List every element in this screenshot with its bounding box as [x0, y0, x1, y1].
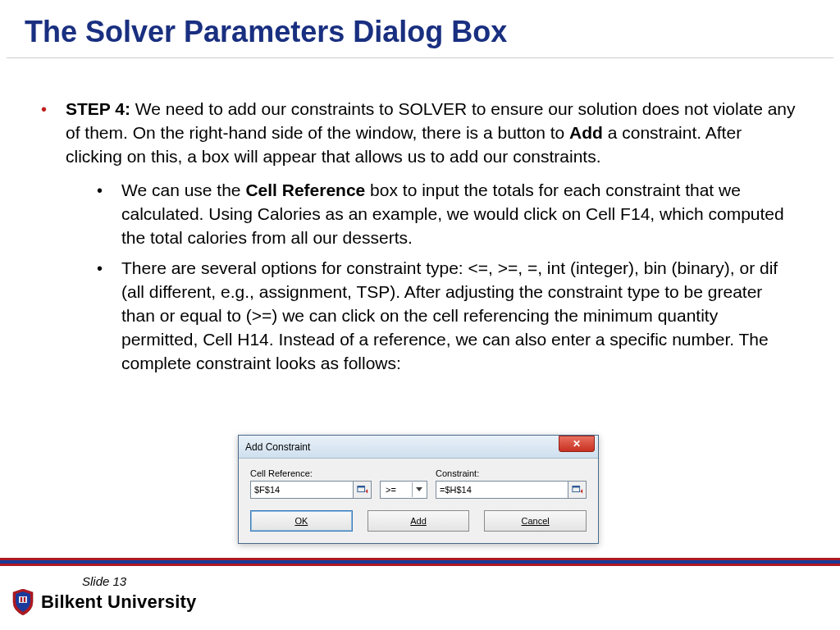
dialog-title: Add Constraint	[245, 441, 310, 453]
bullet-level1: • STEP 4: We need to add our constraints…	[41, 98, 799, 382]
cell-reference-label: Cell Reference:	[250, 468, 372, 478]
svg-rect-1	[357, 486, 364, 488]
cellref-word: Cell Reference	[245, 180, 365, 199]
dialog-titlebar[interactable]: Add Constraint ✕	[239, 436, 598, 459]
range-picker-icon	[572, 484, 583, 495]
sub1-a: We can use the	[121, 180, 245, 199]
bullet-level2: • We can use the Cell Reference box to i…	[97, 179, 799, 250]
ok-button[interactable]: OK	[250, 510, 353, 532]
bullet-dot: •	[97, 179, 121, 250]
university-name: Bilkent University	[41, 591, 196, 613]
sub2-text: There are several options for constraint…	[121, 257, 799, 376]
constraint-input[interactable]	[436, 481, 568, 499]
bullet-dot: •	[97, 257, 121, 376]
constraint-label: Constraint:	[436, 468, 587, 478]
slide-title: The Solver Parameters Dialog Box	[0, 0, 840, 57]
chevron-down-icon	[412, 482, 425, 497]
svg-rect-5	[21, 597, 22, 602]
bullet-dot: •	[41, 98, 66, 382]
slide-number: Slide 13	[82, 574, 126, 588]
svg-rect-6	[24, 597, 25, 602]
add-word: Add	[569, 123, 603, 142]
add-button[interactable]: Add	[368, 510, 470, 532]
add-constraint-dialog: Add Constraint ✕ Cell Reference: >=	[238, 435, 599, 544]
operator-field: >=	[380, 468, 427, 499]
constraint-field: Constraint:	[436, 468, 587, 499]
range-picker-icon	[357, 484, 368, 495]
range-picker-button[interactable]	[354, 481, 372, 499]
operator-value: >=	[386, 485, 396, 495]
close-icon: ✕	[573, 438, 581, 450]
cell-reference-input[interactable]	[250, 481, 354, 499]
footer-stripe	[0, 558, 840, 566]
shield-icon	[11, 589, 34, 615]
footer-logo: Bilkent University	[11, 589, 196, 615]
svg-rect-3	[572, 486, 579, 488]
close-button[interactable]: ✕	[559, 436, 595, 452]
step-label: STEP 4:	[66, 99, 130, 118]
cancel-button[interactable]: Cancel	[484, 510, 587, 532]
cell-reference-field: Cell Reference:	[250, 468, 372, 499]
title-rule	[7, 57, 833, 58]
svg-rect-4	[19, 596, 27, 603]
bullet-level2: • There are several options for constrai…	[97, 257, 799, 376]
slide-content: • STEP 4: We need to add our constraints…	[0, 75, 840, 382]
operator-select[interactable]: >=	[380, 481, 427, 499]
range-picker-button[interactable]	[568, 481, 587, 499]
